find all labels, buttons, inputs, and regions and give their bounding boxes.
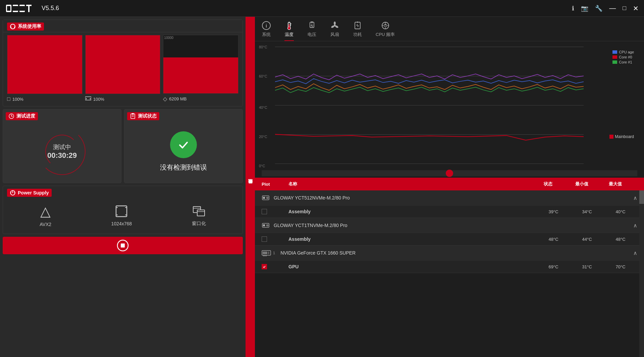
grid-line-0: 0°C	[275, 164, 584, 164]
test-progress-badge: 测试进度	[6, 112, 38, 120]
ssd2-collapse[interactable]: ∧	[633, 222, 637, 229]
headphone-icon	[10, 24, 16, 30]
svg-point-38	[288, 27, 290, 30]
ssd1-assembly-status: 39°C	[537, 209, 570, 214]
cpu-label: □ 100%	[7, 96, 83, 102]
svg-rect-69	[263, 252, 267, 254]
gpu-sensor-name: GPU	[288, 264, 537, 269]
cpu-value: 100%	[12, 97, 23, 102]
tab-system[interactable]: i 系统	[262, 21, 271, 41]
tab-temperature[interactable]: 温度	[284, 21, 294, 41]
ssd2-icon	[262, 221, 270, 229]
scrollbar-thumb[interactable]	[639, 190, 644, 204]
temperature-tab-icon	[284, 21, 294, 30]
memory-chart: 100 50 0 100%	[85, 35, 161, 102]
tab-fan[interactable]: 风扇	[330, 21, 339, 41]
gpu-collapse[interactable]: ∧	[633, 250, 637, 256]
power-supply-badge: Power Supply	[7, 189, 52, 197]
mainboard-text: Mainboard	[615, 134, 634, 139]
svg-text:i: i	[266, 23, 267, 29]
power-icons-row: △ AVX2 1024x768	[3, 198, 243, 234]
stop-button[interactable]	[3, 237, 243, 254]
tab-power[interactable]: 功耗	[353, 21, 362, 41]
ssd2-assembly-row: Assembly 48°C 44°C 48°C	[255, 233, 644, 245]
power-icon	[10, 190, 16, 196]
svg-point-48	[334, 21, 336, 25]
svg-point-67	[267, 225, 268, 226]
tab-system-label: 系统	[262, 32, 271, 38]
vertical-bar[interactable]: 影响系统性能结果	[246, 17, 255, 357]
gpu-row: GPU 69°C 31°C 70°C	[255, 260, 644, 273]
svg-rect-17	[131, 114, 135, 119]
scrubber[interactable]	[262, 170, 637, 176]
svg-rect-9	[28, 6, 30, 12]
ssd2-name: GLOWAY YCT1TNVMe-M.2/80 Pro	[274, 223, 629, 228]
avx2-icon: △	[40, 204, 51, 219]
ssd1-assembly-plot	[262, 209, 288, 214]
avx2-item: △ AVX2	[40, 204, 51, 227]
tab-power-label: 功耗	[353, 32, 362, 38]
tab-voltage[interactable]: 电压	[307, 21, 317, 41]
disk-bar-container: 10000 0	[163, 35, 238, 94]
svg-rect-4	[13, 6, 15, 11]
ssd2-assembly-checkbox[interactable]	[262, 236, 267, 242]
settings-button[interactable]: 🔧	[595, 5, 602, 12]
ssd1-icon	[262, 194, 270, 202]
tab-cpu-freq-label: CPU 频率	[376, 32, 395, 38]
no-error-text: 没有检测到错误	[160, 163, 207, 172]
device-header-gpu: 1 NVIDIA GeForce GTX 1660 SUPER ∧	[255, 246, 644, 260]
ssd2-assembly-max: 48°C	[604, 237, 637, 242]
fan-tab-icon	[330, 21, 339, 30]
cpu-bar-container: 100 50 0	[7, 35, 83, 94]
windowed-icon	[192, 204, 206, 218]
ssd1-assembly-name: Assembly	[288, 209, 537, 214]
svg-rect-12	[14, 27, 15, 28]
resolution-icon	[114, 204, 128, 218]
cpu-icon: □	[7, 96, 10, 102]
legend-core0-label: Core #0	[619, 55, 632, 59]
svg-rect-15	[90, 98, 91, 99]
resolution-item: 1024x768	[111, 204, 132, 226]
data-table: GLOWAY YCT512NVMe-M.2/80 Pro ∧ Assembly …	[255, 190, 644, 357]
legend-cpu-age: CPU age	[612, 50, 634, 54]
tab-cpu-freq[interactable]: CPU 频率	[376, 21, 395, 41]
y-label-80: 80°C	[259, 45, 267, 49]
ssd1-name: GLOWAY YCT512NVMe-M.2/80 Pro	[274, 195, 629, 200]
maximize-button[interactable]: □	[623, 5, 626, 12]
gpu-checkbox[interactable]	[262, 264, 267, 269]
system-usage-label: 系统使用率	[18, 24, 41, 30]
minimize-button[interactable]: —	[609, 4, 616, 12]
svg-rect-14	[86, 98, 87, 99]
ssd1-assembly-checkbox[interactable]	[262, 209, 267, 214]
power-supply-label: Power Supply	[18, 190, 49, 195]
legend-cpu-age-color	[612, 50, 617, 54]
stop-icon	[117, 239, 129, 252]
svg-rect-29	[197, 210, 205, 216]
progress-icon	[8, 113, 14, 119]
legend-core1: Core #1	[612, 60, 634, 64]
charts-area: 100 50 0 □ 100% 100 50 0	[3, 32, 243, 106]
ssd1-assembly-max: 40°C	[604, 209, 637, 214]
device-group-gpu: 1 NVIDIA GeForce GTX 1660 SUPER ∧ GPU 69…	[255, 246, 644, 273]
app-logo: V5.5.6	[5, 3, 59, 14]
middle-row: 测试进度 测试中 00:30:29	[3, 109, 243, 183]
name-header-label: 名称	[288, 181, 297, 186]
mem-bar	[86, 35, 160, 94]
check-circle	[170, 131, 197, 158]
info-button[interactable]: ℹ	[572, 5, 574, 12]
gpu-index: 1	[273, 251, 275, 255]
legend-cpu-age-label: CPU age	[619, 50, 634, 54]
cpu-freq-tab-icon	[381, 21, 390, 30]
y-label-20: 20°C	[259, 135, 267, 139]
system-usage-section: 系统使用率 100 50 0 □ 100%	[3, 19, 243, 106]
col-status-header: 状态	[531, 181, 565, 187]
resolution-label: 1024x768	[111, 221, 132, 226]
power-supply-section: Power Supply △ AVX2	[3, 186, 243, 234]
ssd1-collapse[interactable]: ∧	[633, 195, 637, 201]
ssd1-assembly-min: 34°C	[570, 209, 604, 214]
camera-button[interactable]: 📷	[581, 5, 588, 12]
legend-core1-color	[612, 60, 617, 64]
close-button[interactable]: ✕	[633, 4, 639, 12]
scrubber-thumb[interactable]	[446, 170, 453, 177]
svg-rect-72	[264, 255, 265, 256]
